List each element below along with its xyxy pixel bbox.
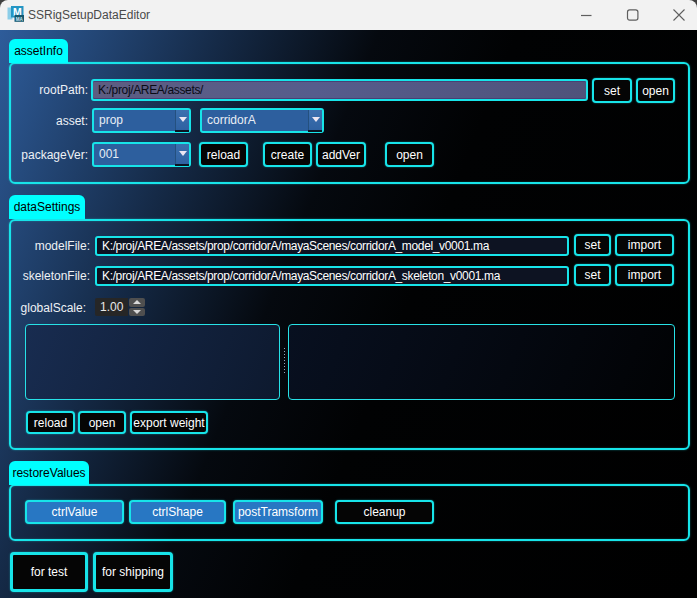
svg-text:MA: MA xyxy=(16,17,24,22)
